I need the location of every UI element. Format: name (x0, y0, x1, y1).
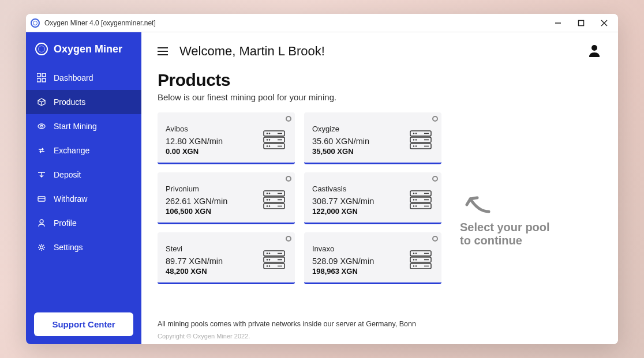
withdraw-icon (36, 194, 47, 204)
product-card-privonium[interactable]: Privonium 262.61 XGN/min 106,500 XGN (158, 172, 295, 224)
page-title: Products (158, 70, 602, 90)
product-rate: 262.61 XGN/min (166, 197, 227, 206)
svg-point-56 (413, 199, 414, 200)
brand-logo-icon (35, 43, 48, 55)
product-balance: 0.00 XGN (166, 147, 223, 156)
svg-point-83 (415, 265, 417, 266)
hamburger-icon (158, 47, 168, 48)
svg-point-47 (269, 205, 270, 206)
window-controls (553, 18, 613, 28)
product-card-avibos[interactable]: Avibos 12.80 XGN/min 0.00 XGN (158, 112, 295, 164)
sidebar-item-products[interactable]: Products (26, 90, 141, 114)
settings-icon (36, 242, 47, 253)
hint-line2: to continue (460, 234, 522, 247)
product-balance: 48,200 XGN (166, 267, 223, 276)
sidebar-item-label: Products (54, 97, 85, 107)
sidebar-item-dashboard[interactable]: Dashboard (26, 66, 141, 90)
close-button[interactable] (600, 18, 609, 28)
svg-rect-4 (37, 73, 40, 77)
product-balance: 198,963 XGN (312, 267, 374, 276)
svg-point-69 (269, 259, 270, 260)
maximize-icon (578, 20, 585, 27)
sidebar-item-exchange[interactable]: Exchange (26, 138, 141, 163)
svg-point-45 (269, 199, 270, 200)
server-stack-icon (408, 247, 433, 273)
svg-point-19 (269, 133, 270, 134)
product-card-oxygize[interactable]: Oxygize 35.60 XGN/min 35,500 XGN (304, 112, 441, 164)
sidebar-item-label: Withdraw (54, 194, 87, 204)
brand-name: Oxygen Miner (54, 43, 122, 55)
exchange-icon (36, 145, 47, 156)
welcome-text: Welcome, Martin L Brook! (179, 44, 325, 59)
svg-point-70 (267, 265, 268, 266)
product-card-stevi[interactable]: Stevi 89.77 XGN/min 48,200 XGN (158, 232, 295, 284)
product-name: Privonium (166, 184, 227, 193)
svg-point-18 (267, 133, 268, 134)
product-rate: 35.60 XGN/min (312, 137, 369, 146)
profile-icon (36, 218, 47, 228)
product-balance: 35,500 XGN (312, 147, 369, 156)
sidebar-item-deposit[interactable]: Deposit (26, 163, 141, 187)
product-grid: Avibos 12.80 XGN/min 0.00 XGN Oxygize (158, 112, 441, 312)
svg-point-43 (269, 193, 270, 194)
sidebar: Oxygen Miner Dashboard Products Start Mi… (26, 32, 141, 344)
brand: Oxygen Miner (26, 32, 141, 66)
radio-indicator-icon (286, 236, 291, 242)
mining-icon (36, 121, 47, 131)
maximize-button[interactable] (576, 18, 586, 28)
products-icon (36, 97, 47, 107)
content: Products Below is our finest mining pool… (141, 65, 618, 344)
hint-panel: Select your pool to continue (460, 112, 602, 312)
app-icon (31, 18, 40, 28)
nav: Dashboard Products Start Mining Exchange… (26, 66, 141, 259)
svg-point-32 (413, 139, 414, 140)
server-stack-icon (261, 247, 287, 273)
product-name: Avibos (166, 125, 223, 133)
product-balance: 106,500 XGN (166, 207, 227, 216)
server-stack-icon (408, 187, 433, 213)
app-window: Oxygen Miner 4.0 [oxygenminer.net] Oxyge… (26, 14, 618, 344)
svg-point-55 (415, 193, 417, 194)
svg-rect-6 (37, 78, 40, 82)
user-avatar-button[interactable] (587, 43, 602, 60)
svg-rect-7 (42, 78, 46, 82)
support-center-button[interactable]: Support Center (34, 312, 133, 336)
product-rate: 12.80 XGN/min (166, 137, 223, 146)
svg-rect-5 (42, 73, 46, 77)
dashboard-icon (36, 73, 47, 83)
product-rate: 89.77 XGN/min (166, 257, 223, 266)
svg-point-30 (413, 133, 414, 134)
product-name: Invaxo (312, 244, 374, 253)
svg-point-8 (38, 124, 45, 129)
sidebar-item-settings[interactable]: Settings (26, 235, 141, 259)
sidebar-item-label: Exchange (54, 146, 89, 155)
sidebar-item-start-mining[interactable]: Start Mining (26, 114, 141, 138)
sidebar-item-withdraw[interactable]: Withdraw (26, 187, 141, 211)
product-balance: 122,000 XGN (312, 207, 374, 216)
product-name: Castivasis (312, 184, 374, 193)
sidebar-item-profile[interactable]: Profile (26, 211, 141, 235)
svg-point-67 (269, 253, 270, 254)
deposit-icon (36, 169, 47, 180)
svg-point-66 (267, 253, 268, 254)
svg-point-68 (267, 259, 268, 260)
product-card-invaxo[interactable]: Invaxo 528.09 XGN/min 198,963 XGN (304, 232, 441, 284)
svg-point-34 (413, 145, 414, 146)
svg-point-58 (413, 205, 414, 206)
minimize-button[interactable] (553, 18, 563, 28)
sidebar-item-label: Dashboard (54, 73, 93, 82)
footer-note: All mining pools comes with private netw… (158, 320, 602, 328)
titlebar: Oxygen Miner 4.0 [oxygenminer.net] (26, 14, 618, 32)
product-name: Oxygize (312, 125, 369, 133)
svg-point-57 (415, 199, 417, 200)
svg-point-54 (413, 193, 414, 194)
svg-point-42 (267, 193, 268, 194)
svg-point-78 (413, 253, 414, 254)
svg-point-12 (40, 220, 43, 223)
svg-point-81 (415, 259, 417, 260)
radio-indicator-icon (286, 116, 291, 122)
svg-point-82 (413, 265, 414, 266)
product-card-castivasis[interactable]: Castivasis 308.77 XGN/min 122,000 XGN (304, 172, 441, 224)
menu-toggle-button[interactable] (158, 47, 168, 55)
svg-point-22 (267, 145, 268, 146)
